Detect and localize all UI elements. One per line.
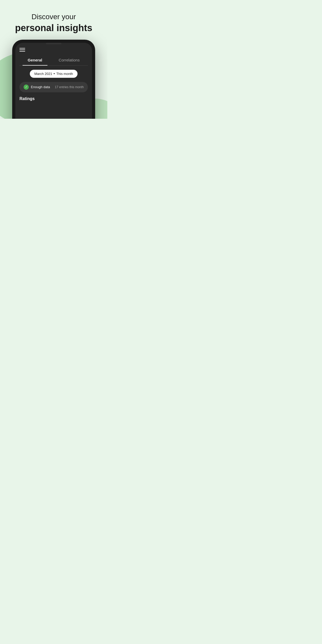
tab-general[interactable]: General [23, 56, 47, 65]
tabs-row: General Correlations [19, 56, 88, 66]
data-badge-left: ✓ Enough data [24, 85, 50, 90]
check-circle: ✓ [24, 85, 29, 90]
date-month: March 2021 [34, 72, 52, 76]
phone-frame: General Correlations March 2021 This mon… [12, 40, 95, 119]
ratings-section-label: Ratings [19, 96, 88, 101]
hero-section: Discover your personal insights [0, 0, 107, 33]
date-badge[interactable]: March 2021 This month [30, 70, 78, 78]
menu-line-1 [19, 48, 25, 48]
page-wrapper: Discover your personal insights [0, 0, 107, 119]
data-status-badge: ✓ Enough data 17 entries this month [19, 82, 88, 92]
menu-icon[interactable] [19, 48, 25, 52]
hero-title: personal insights [6, 22, 101, 33]
date-separator-dot [54, 73, 55, 74]
phone-mockup: General Correlations March 2021 This mon… [12, 40, 95, 119]
menu-line-2 [19, 50, 25, 50]
hero-subtitle: Discover your [6, 12, 101, 21]
phone-content: General Correlations March 2021 This mon… [15, 43, 92, 119]
phone-notch [46, 43, 61, 44]
phone-screen: General Correlations March 2021 This mon… [15, 43, 92, 119]
data-entries-count: 17 entries this month [55, 85, 84, 89]
tab-correlations[interactable]: Correlations [53, 56, 85, 65]
check-icon: ✓ [25, 85, 27, 89]
data-status-label: Enough data [31, 85, 50, 89]
date-period: This month [56, 72, 73, 76]
chart-spacer [19, 103, 88, 119]
menu-line-3 [19, 51, 25, 52]
